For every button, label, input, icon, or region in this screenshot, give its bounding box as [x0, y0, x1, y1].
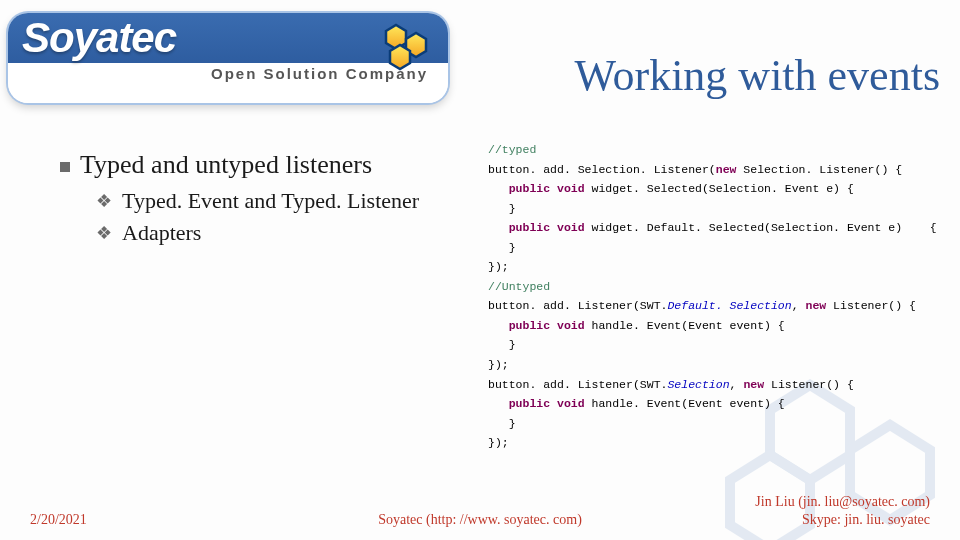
footer-author: Jin Liu (jin. liu@soyatec. com) [755, 493, 930, 511]
diamond-bullet-icon: ❖ [96, 192, 112, 210]
code-keyword: public void [509, 397, 585, 410]
code-keyword: new [743, 378, 764, 391]
diamond-bullet-icon: ❖ [96, 224, 112, 242]
code-keyword: new [716, 163, 737, 176]
bullet-main-text: Typed and untyped listeners [80, 150, 372, 180]
footer-right: Jin Liu (jin. liu@soyatec. com) Skype: j… [755, 493, 930, 528]
code-text: handle. Event(Event event) { [585, 319, 785, 332]
code-text: }); [488, 358, 509, 371]
code-keyword: public void [509, 319, 585, 332]
code-text: Selection. Listener() { [736, 163, 902, 176]
code-block: //typed button. add. Selection. Listener… [488, 140, 943, 453]
sub-bullet-text: Adapters [122, 220, 201, 246]
code-text: Listener() { [826, 299, 916, 312]
code-text: button. add. Selection. Listener( [488, 163, 716, 176]
code-text: Listener() { [764, 378, 854, 391]
sub-bullet-text: Typed. Event and Typed. Listener [122, 188, 419, 214]
code-text: } [509, 338, 516, 351]
code-text: , [730, 378, 744, 391]
sub-bullet-list: ❖ Typed. Event and Typed. Listener ❖ Ada… [96, 188, 460, 246]
code-text: widget. Selected(Selection. Event e) { [585, 182, 854, 195]
code-text: button. add. Listener(SWT. [488, 299, 667, 312]
logo: Soyatec Open Solution Company [8, 8, 448, 108]
svg-marker-5 [390, 45, 410, 69]
code-static-field: Default. Selection [667, 299, 791, 312]
slide-title: Working with events [574, 50, 940, 101]
sub-bullet-item: ❖ Typed. Event and Typed. Listener [96, 188, 460, 214]
code-keyword: public void [509, 182, 585, 195]
footer-center: Soyatec (http: //www. soyatec. com) [378, 512, 582, 528]
sub-bullet-item: ❖ Adapters [96, 220, 460, 246]
bullet-area: Typed and untyped listeners ❖ Typed. Eve… [60, 150, 460, 252]
code-text: } [509, 241, 516, 254]
code-text: button. add. Listener(SWT. [488, 378, 667, 391]
code-text: , [792, 299, 806, 312]
code-comment: //typed [488, 143, 536, 156]
footer-skype: Skype: jin. liu. soyatec [755, 511, 930, 529]
code-text: handle. Event(Event event) { [585, 397, 785, 410]
logo-card: Soyatec Open Solution Company [8, 13, 448, 103]
logo-hex-icon [370, 19, 440, 71]
code-text: widget. Default. Selected(Selection. Eve… [585, 221, 937, 234]
code-static-field: Selection [667, 378, 729, 391]
code-text: }); [488, 436, 509, 449]
code-comment: //Untyped [488, 280, 550, 293]
code-text: } [509, 202, 516, 215]
square-bullet-icon [60, 162, 70, 172]
code-keyword: public void [509, 221, 585, 234]
footer: 2/20/2021 Soyatec (http: //www. soyatec.… [0, 493, 960, 528]
code-text: }); [488, 260, 509, 273]
code-text: } [509, 417, 516, 430]
code-keyword: new [805, 299, 826, 312]
footer-date: 2/20/2021 [30, 512, 87, 528]
bullet-main: Typed and untyped listeners [60, 150, 460, 180]
